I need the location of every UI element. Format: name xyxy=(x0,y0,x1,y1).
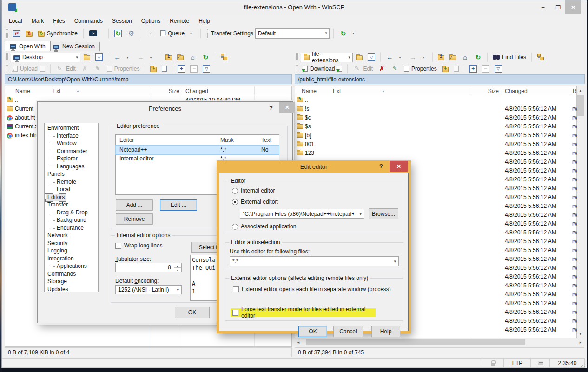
open-terminal-button[interactable] xyxy=(87,28,99,39)
file-row[interactable]: !s4/8/2015 5:56:12 AMrw xyxy=(295,105,576,113)
scroll-right-icon[interactable]: ▸ xyxy=(577,339,584,346)
title-bar[interactable]: file-extensions - Open With - WinSCP – ❒… xyxy=(2,0,587,14)
internal-editor-radio[interactable]: Internal editor xyxy=(232,187,275,194)
remove-button[interactable]: Remove xyxy=(116,213,153,225)
right-properties-button[interactable]: Properties xyxy=(402,63,439,74)
download-button[interactable]: Download xyxy=(301,63,344,74)
tree-item-network[interactable]: Network xyxy=(46,232,98,240)
right-parent-directory-button[interactable]: ↥ xyxy=(436,52,446,63)
edit-button[interactable]: Edit ... xyxy=(160,199,197,211)
left-select-filter-button[interactable] xyxy=(201,63,212,74)
add-button[interactable]: Add ... xyxy=(116,199,153,211)
right-path-bar[interactable]: /public_html/file-extensions xyxy=(295,74,585,84)
help-icon[interactable]: ? xyxy=(379,163,383,170)
scroll-left-icon[interactable]: ◂ xyxy=(295,339,302,346)
tree-item-integration[interactable]: Integration xyxy=(46,255,98,263)
tree-item-interface[interactable]: Interface xyxy=(46,133,98,140)
server-segment[interactable] xyxy=(531,358,550,368)
scrollbar-thumb[interactable] xyxy=(306,339,525,345)
tree-item-editors[interactable]: Editors xyxy=(46,194,66,202)
default-encoding-combo[interactable]: 1252 (ANSI - Latin I) xyxy=(115,285,182,294)
tree-item-applications[interactable]: Applications xyxy=(46,263,98,271)
column-ext[interactable]: Ext xyxy=(53,88,60,94)
scroll-down-icon[interactable]: ▾ xyxy=(577,330,584,338)
left-root-directory-button[interactable]: ∕ xyxy=(175,52,185,63)
left-list-header[interactable]: Name Ext Size Changed xyxy=(5,86,291,95)
transfer-options-button[interactable] xyxy=(337,28,359,39)
menu-help[interactable]: Help xyxy=(194,16,214,26)
right-root-directory-button[interactable]: ∕ xyxy=(448,52,458,63)
refresh-button[interactable] xyxy=(112,28,124,39)
transfer-settings-combo[interactable]: Default xyxy=(255,28,330,39)
right-back-button[interactable] xyxy=(384,52,406,63)
menu-remote[interactable]: Remote xyxy=(165,16,193,26)
right-horizontal-scrollbar[interactable]: ◂ ▸ xyxy=(295,339,584,346)
column-name[interactable]: Name xyxy=(15,88,30,94)
radio-icon[interactable] xyxy=(232,224,238,230)
left-new-folder-button[interactable]: ＋ xyxy=(148,63,159,74)
left-tree-button[interactable] xyxy=(218,52,230,63)
column-rights[interactable]: R xyxy=(573,88,577,94)
help-icon[interactable]: ? xyxy=(269,105,273,112)
toolbar-grip[interactable] xyxy=(6,29,8,38)
left-new-file-button[interactable] xyxy=(160,63,169,74)
edit-editor-close-button[interactable]: ✕ xyxy=(390,161,408,172)
file-row[interactable]: [b]4/8/2015 5:56:12 AMrw xyxy=(295,131,576,140)
file-row[interactable]: $s4/8/2015 5:56:12 AMrw xyxy=(295,122,576,131)
right-forward-button[interactable] xyxy=(407,52,429,63)
toolbar-grip[interactable] xyxy=(296,53,298,61)
chevron-down-icon[interactable] xyxy=(396,53,404,61)
column-size[interactable]: Size xyxy=(149,88,179,94)
external-editor-radio[interactable]: External editor: xyxy=(232,199,278,205)
left-refresh-button[interactable] xyxy=(200,52,211,63)
chevron-down-icon[interactable] xyxy=(419,53,427,61)
associated-application-radio[interactable]: Associated application xyxy=(232,223,296,230)
column-ext[interactable]: Ext xyxy=(333,88,341,94)
checkbox-icon[interactable] xyxy=(115,243,121,249)
left-forward-button[interactable] xyxy=(135,52,157,63)
file-row[interactable]: 1234/8/2015 5:56:12 AMrw xyxy=(295,149,576,158)
left-select-button[interactable] xyxy=(176,63,187,74)
left-parent-directory-button[interactable]: ↥ xyxy=(164,52,174,63)
menu-files[interactable]: Files xyxy=(49,16,69,26)
right-rename-button[interactable] xyxy=(389,63,401,74)
right-tree-button[interactable] xyxy=(535,52,546,63)
menu-session[interactable]: Session xyxy=(108,16,136,26)
spinner[interactable]: ▴▾ xyxy=(174,264,181,272)
right-list-header[interactable]: Name Ext Size Changed R xyxy=(295,86,576,95)
checkbox-icon[interactable] xyxy=(233,286,239,292)
menu-mark[interactable]: Mark xyxy=(27,16,48,26)
column-changed[interactable]: Changed xyxy=(185,88,208,94)
synchronize-browsing-button[interactable]: ⇅ xyxy=(24,28,34,39)
chevron-down-icon[interactable] xyxy=(350,29,357,37)
chevron-down-icon[interactable] xyxy=(124,53,132,61)
toolbar-grip[interactable] xyxy=(6,65,8,73)
left-location-combo[interactable]: Desktop xyxy=(11,53,80,62)
tab-new-session[interactable]: New Session xyxy=(48,42,100,51)
tree-item-local[interactable]: Local xyxy=(46,186,98,194)
file-row[interactable]: 0014/8/2015 5:56:12 AMrw xyxy=(295,140,576,149)
tree-item-updates[interactable]: Updates xyxy=(46,286,98,292)
edit-editor-cancel-button[interactable]: Cancel xyxy=(333,326,363,337)
preferences-title-bar[interactable]: Preferences xyxy=(38,102,292,115)
right-refresh-button[interactable] xyxy=(472,52,484,63)
right-new-folder-button[interactable]: ＋ xyxy=(440,63,450,74)
tree-item-endurance[interactable]: Endurance xyxy=(46,225,98,232)
column-changed[interactable]: Changed xyxy=(505,88,528,94)
toolbar-grip[interactable] xyxy=(206,29,208,38)
menu-commands[interactable]: Commands xyxy=(70,16,107,26)
tree-item-transfer[interactable]: Transfer xyxy=(46,201,98,209)
close-button[interactable]: ✕ xyxy=(565,0,581,14)
tree-item-storage[interactable]: Storage xyxy=(46,278,98,286)
tree-item-commander[interactable]: Commander xyxy=(46,148,98,156)
file-row[interactable]: .. xyxy=(295,96,576,105)
menu-options[interactable]: Options xyxy=(137,16,165,26)
left-back-button[interactable] xyxy=(112,52,133,63)
queue-button[interactable]: Queue xyxy=(159,28,197,39)
tree-item-languages[interactable]: Languages xyxy=(46,163,98,171)
right-delete-button[interactable] xyxy=(376,63,388,74)
left-filter-button[interactable] xyxy=(93,52,105,63)
toolbar-grip[interactable] xyxy=(6,53,8,61)
column-size[interactable]: Size xyxy=(470,88,499,94)
radio-icon[interactable] xyxy=(232,188,238,194)
